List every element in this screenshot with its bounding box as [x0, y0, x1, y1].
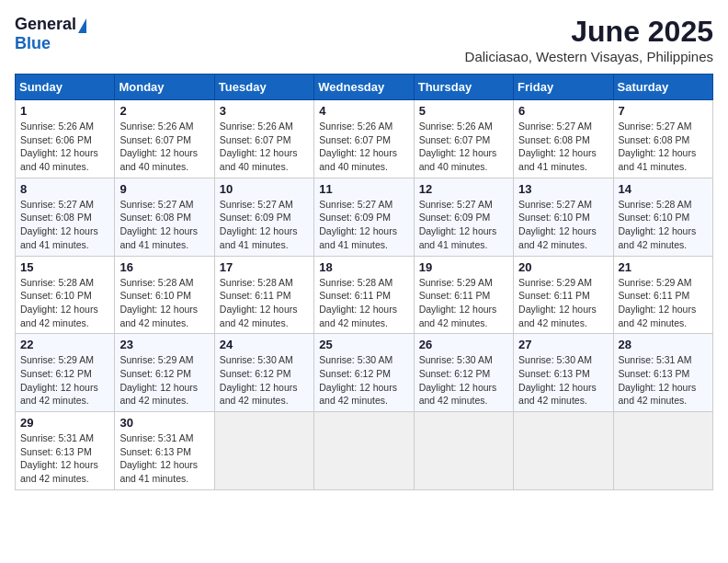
day-info: Sunrise: 5:27 AM Sunset: 6:09 PM Dayligh… — [220, 198, 309, 252]
calendar-cell: 3 Sunrise: 5:26 AM Sunset: 6:07 PM Dayli… — [214, 100, 313, 178]
title-block: June 2025 Daliciasao, Western Visayas, P… — [465, 15, 713, 64]
daylight-label: Daylight: 12 hours and 41 minutes. — [319, 225, 397, 250]
day-number: 6 — [518, 104, 608, 118]
calendar-cell: 6 Sunrise: 5:27 AM Sunset: 6:08 PM Dayli… — [514, 100, 613, 178]
sunrise-label: Sunrise: 5:27 AM — [319, 199, 392, 210]
calendar-cell: 20 Sunrise: 5:29 AM Sunset: 6:11 PM Dayl… — [514, 256, 613, 334]
calendar-cell: 27 Sunrise: 5:30 AM Sunset: 6:13 PM Dayl… — [514, 334, 613, 412]
calendar-cell: 10 Sunrise: 5:27 AM Sunset: 6:09 PM Dayl… — [214, 178, 313, 256]
daylight-label: Daylight: 12 hours and 40 minutes. — [20, 147, 98, 172]
calendar-cell: 30 Sunrise: 5:31 AM Sunset: 6:13 PM Dayl… — [115, 412, 214, 490]
daylight-label: Daylight: 12 hours and 42 minutes. — [220, 304, 298, 328]
sunrise-label: Sunrise: 5:27 AM — [419, 199, 493, 210]
logo-general: General — [15, 15, 76, 34]
daylight-label: Daylight: 12 hours and 42 minutes. — [419, 382, 497, 407]
calendar-cell: 26 Sunrise: 5:30 AM Sunset: 6:12 PM Dayl… — [414, 334, 513, 412]
day-info: Sunrise: 5:28 AM Sunset: 6:10 PM Dayligh… — [119, 276, 209, 330]
day-info: Sunrise: 5:26 AM Sunset: 6:07 PM Dayligh… — [119, 120, 209, 174]
day-number: 10 — [220, 182, 309, 196]
day-number: 12 — [419, 182, 508, 196]
calendar-cell — [214, 412, 313, 490]
sunset-label: Sunset: 6:11 PM — [220, 290, 291, 301]
sunset-label: Sunset: 6:07 PM — [419, 134, 491, 145]
daylight-label: Daylight: 12 hours and 41 minutes. — [119, 459, 198, 484]
daylight-label: Daylight: 12 hours and 40 minutes. — [119, 147, 198, 172]
daylight-label: Daylight: 12 hours and 42 minutes. — [518, 304, 597, 328]
daylight-label: Daylight: 12 hours and 41 minutes. — [619, 147, 697, 172]
day-info: Sunrise: 5:31 AM Sunset: 6:13 PM Dayligh… — [20, 431, 109, 486]
calendar-cell: 7 Sunrise: 5:27 AM Sunset: 6:08 PM Dayli… — [613, 100, 712, 178]
sunrise-label: Sunrise: 5:26 AM — [220, 121, 293, 132]
sunset-label: Sunset: 6:07 PM — [319, 134, 391, 145]
sunset-label: Sunset: 6:13 PM — [518, 368, 590, 379]
calendar-cell: 8 Sunrise: 5:27 AM Sunset: 6:08 PM Dayli… — [16, 178, 115, 256]
calendar-cell — [613, 412, 712, 490]
sunset-label: Sunset: 6:08 PM — [619, 134, 690, 145]
day-number: 9 — [119, 182, 209, 196]
sunset-label: Sunset: 6:08 PM — [518, 134, 590, 145]
day-number: 14 — [619, 182, 708, 196]
calendar-week-4: 22 Sunrise: 5:29 AM Sunset: 6:12 PM Dayl… — [16, 334, 713, 412]
sunrise-label: Sunrise: 5:30 AM — [518, 354, 592, 365]
daylight-label: Daylight: 12 hours and 42 minutes. — [319, 304, 397, 328]
day-info: Sunrise: 5:26 AM Sunset: 6:07 PM Dayligh… — [220, 120, 309, 174]
calendar-cell — [414, 412, 513, 490]
day-number: 24 — [220, 338, 309, 351]
sunrise-label: Sunrise: 5:31 AM — [619, 354, 692, 365]
daylight-label: Daylight: 12 hours and 40 minutes. — [419, 147, 497, 172]
day-number: 13 — [518, 182, 608, 196]
day-info: Sunrise: 5:29 AM Sunset: 6:11 PM Dayligh… — [518, 276, 608, 330]
calendar-cell: 4 Sunrise: 5:26 AM Sunset: 6:07 PM Dayli… — [314, 100, 414, 178]
weekday-header-saturday: Saturday — [613, 75, 712, 100]
day-number: 23 — [119, 338, 209, 351]
sunrise-label: Sunrise: 5:27 AM — [518, 199, 592, 210]
calendar-cell: 9 Sunrise: 5:27 AM Sunset: 6:08 PM Dayli… — [115, 178, 214, 256]
calendar-cell: 19 Sunrise: 5:29 AM Sunset: 6:11 PM Dayl… — [414, 256, 513, 334]
day-number: 29 — [20, 416, 109, 430]
day-info: Sunrise: 5:27 AM Sunset: 6:08 PM Dayligh… — [20, 198, 109, 252]
sunset-label: Sunset: 6:06 PM — [20, 134, 92, 145]
sunset-label: Sunset: 6:09 PM — [419, 212, 491, 223]
day-number: 8 — [20, 182, 109, 196]
sunset-label: Sunset: 6:11 PM — [419, 290, 491, 301]
day-info: Sunrise: 5:26 AM Sunset: 6:06 PM Dayligh… — [20, 120, 109, 174]
day-number: 21 — [619, 260, 708, 274]
sunset-label: Sunset: 6:12 PM — [419, 368, 491, 379]
day-info: Sunrise: 5:31 AM Sunset: 6:13 PM Dayligh… — [119, 431, 209, 486]
calendar-cell: 28 Sunrise: 5:31 AM Sunset: 6:13 PM Dayl… — [613, 334, 712, 412]
daylight-label: Daylight: 12 hours and 42 minutes. — [20, 304, 98, 328]
calendar-week-2: 8 Sunrise: 5:27 AM Sunset: 6:08 PM Dayli… — [16, 178, 713, 256]
daylight-label: Daylight: 12 hours and 40 minutes. — [220, 147, 298, 172]
day-number: 18 — [319, 260, 408, 274]
day-info: Sunrise: 5:29 AM Sunset: 6:12 PM Dayligh… — [119, 353, 209, 408]
sunrise-label: Sunrise: 5:26 AM — [20, 121, 94, 132]
daylight-label: Daylight: 12 hours and 42 minutes. — [518, 382, 597, 407]
daylight-label: Daylight: 12 hours and 42 minutes. — [20, 459, 98, 484]
sunrise-label: Sunrise: 5:28 AM — [20, 277, 94, 288]
sunset-label: Sunset: 6:13 PM — [119, 446, 191, 457]
sunset-label: Sunset: 6:12 PM — [220, 368, 291, 379]
logo-triangle-icon — [78, 18, 86, 33]
day-info: Sunrise: 5:30 AM Sunset: 6:12 PM Dayligh… — [220, 353, 309, 408]
calendar-cell: 2 Sunrise: 5:26 AM Sunset: 6:07 PM Dayli… — [115, 100, 214, 178]
daylight-label: Daylight: 12 hours and 41 minutes. — [220, 225, 298, 250]
day-info: Sunrise: 5:29 AM Sunset: 6:11 PM Dayligh… — [619, 276, 708, 330]
sunrise-label: Sunrise: 5:27 AM — [20, 199, 94, 210]
sunset-label: Sunset: 6:09 PM — [220, 212, 291, 223]
sunrise-label: Sunrise: 5:27 AM — [119, 199, 193, 210]
sunrise-label: Sunrise: 5:28 AM — [119, 277, 193, 288]
day-info: Sunrise: 5:27 AM Sunset: 6:08 PM Dayligh… — [518, 120, 608, 174]
day-number: 16 — [119, 260, 209, 274]
calendar-cell — [514, 412, 613, 490]
day-info: Sunrise: 5:27 AM Sunset: 6:08 PM Dayligh… — [119, 198, 209, 252]
sunrise-label: Sunrise: 5:29 AM — [20, 354, 94, 365]
daylight-label: Daylight: 12 hours and 42 minutes. — [518, 225, 597, 250]
day-number: 4 — [319, 104, 408, 118]
sunset-label: Sunset: 6:11 PM — [619, 290, 690, 301]
daylight-label: Daylight: 12 hours and 42 minutes. — [119, 382, 198, 407]
day-info: Sunrise: 5:31 AM Sunset: 6:13 PM Dayligh… — [619, 353, 708, 408]
sunrise-label: Sunrise: 5:28 AM — [319, 277, 392, 288]
day-info: Sunrise: 5:27 AM Sunset: 6:09 PM Dayligh… — [319, 198, 408, 252]
day-info: Sunrise: 5:27 AM Sunset: 6:10 PM Dayligh… — [518, 198, 608, 252]
sunset-label: Sunset: 6:12 PM — [20, 368, 92, 379]
